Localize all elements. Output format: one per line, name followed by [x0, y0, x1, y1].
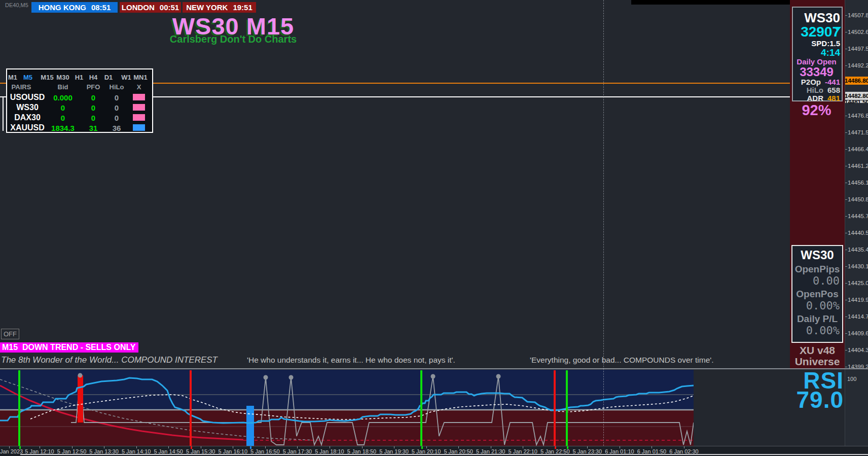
pairs-matrix-panel: M1M5M15M30H1H4D1W1MN1PAIRSBidPFOHiLoXUSO… [6, 68, 153, 133]
clock-hong-kong: HONG KONG08:51 [31, 2, 118, 13]
info-row-label: P2Op [801, 78, 821, 86]
time-tick [426, 446, 427, 448]
price-label: 14476.80 [848, 113, 868, 119]
timeframe-m5[interactable]: M5 [23, 74, 32, 81]
trend-banner: M15 DOWN TREND - SELLS ONLY [0, 342, 138, 353]
price-label: 14440.50 [848, 230, 868, 236]
subwindow-separator[interactable] [0, 368, 868, 369]
crosshair-dashed-vline [603, 0, 604, 446]
green-vline [18, 370, 20, 446]
quote-1: 'He who understands it, earns it... He w… [247, 356, 455, 365]
info-symbol: WS30 [804, 11, 840, 25]
green-vline [566, 370, 568, 446]
pair-hilo: 36 [113, 124, 121, 132]
timeframe-w1[interactable]: W1 [121, 74, 131, 81]
price-label: 14466.45 [848, 146, 868, 152]
pair-bid: 1834.3 [51, 124, 75, 132]
info-row-adr: ADR481 [793, 94, 840, 102]
time-tick [523, 446, 523, 448]
clock-time: 08:51 [91, 3, 111, 12]
chart-window: DE40,M5 HONG KONG08:51LONDON00:51NEW YOR… [0, 0, 868, 456]
pair-x-indicator [133, 94, 145, 100]
price-label: 14492.25 [848, 62, 868, 68]
rsi-plot [0, 370, 694, 446]
position-row-value: 0.00% [792, 300, 842, 311]
pair-name: DAX30 [14, 113, 41, 122]
time-label: 5 Jan 2023 [0, 448, 23, 454]
column-header-bid: Bid [58, 83, 68, 91]
time-tick [72, 446, 73, 448]
price-label: 14471.55 [848, 129, 868, 135]
price-label: 14409.60 [848, 330, 868, 336]
clock-time: 19:51 [233, 3, 252, 12]
event-tick [421, 446, 423, 449]
candle-countdown: 4:14 [821, 48, 840, 58]
price-label: 14450.85 [848, 196, 868, 202]
rsi-readout: RSI 79.0 [745, 371, 844, 409]
indicator-version-line2: Universe [790, 356, 845, 367]
chart-symbol-label: DE40,M5 [5, 2, 28, 8]
clock-city: LONDON [122, 3, 155, 12]
time-tick [491, 446, 491, 448]
info-row-value: 658 [827, 86, 840, 94]
pair-pfo: 0 [91, 114, 95, 122]
event-tick [191, 446, 192, 449]
time-tick [104, 446, 104, 448]
clock-london: LONDON00:51 [120, 2, 181, 13]
rsi-scale-top: 100 [847, 376, 856, 382]
timeframe-mn1[interactable]: MN1 [133, 74, 147, 81]
position-row-label: OpenPips [792, 264, 842, 275]
info-row-p2op: P2Op-441 [793, 78, 840, 86]
page-subtitle: Carlsberg Don't Do Charts [117, 33, 350, 45]
info-row-label: HiLo [807, 86, 823, 94]
clock-city: NEW YORK [186, 3, 228, 12]
info-row-label: ADR [807, 94, 823, 102]
timeframe-h4[interactable]: H4 [89, 74, 98, 81]
time-tick [684, 446, 684, 448]
timeframe-m30[interactable]: M30 [56, 74, 69, 81]
window-bottom-edge [20, 454, 868, 455]
timeframe-m1[interactable]: M1 [8, 74, 17, 81]
price-label: 14456.10 [848, 180, 868, 186]
price-badge-daily-open: 14486.80 [845, 77, 868, 85]
info-row-hilo: HiLo658 [793, 86, 840, 94]
timeframe-m15[interactable]: M15 [41, 74, 53, 81]
timeframe-h1[interactable]: H1 [75, 74, 84, 81]
pair-hilo: 0 [115, 114, 119, 122]
time-tick [587, 446, 588, 448]
pair-x-indicator [133, 114, 145, 121]
info-row-value: 481 [827, 94, 840, 102]
rsi-value: 79.0 [745, 390, 844, 409]
time-tick [265, 446, 266, 448]
price-badge-partial: 14481.50 [845, 100, 868, 103]
time-tick [652, 446, 652, 448]
time-tick [458, 446, 459, 448]
column-header-hilo: HiLo [110, 83, 124, 91]
price-axis[interactable]: 14507.8514502.6014497.5014492.2514476.80… [845, 0, 868, 446]
position-panel: WS30 OpenPips0.00OpenPos0.00%Daily P/L0.… [791, 245, 843, 343]
position-symbol: WS30 [792, 249, 842, 262]
pair-name: XAUUSD [10, 123, 45, 132]
info-rows: P2Op-441HiLo658ADR481 [793, 78, 840, 102]
timeframe-d1[interactable]: D1 [104, 74, 113, 81]
info-spread: SPD:1.5 [811, 39, 840, 48]
pair-bid: 0 [61, 103, 65, 112]
position-row-label: Daily P/L [792, 313, 842, 325]
time-tick [233, 446, 233, 448]
pair-name: WS30 [16, 103, 39, 112]
time-tick [394, 446, 394, 448]
price-label: 14419.95 [848, 297, 868, 303]
off-button[interactable]: OFF [1, 329, 19, 339]
price-label: 14435.40 [848, 247, 868, 253]
column-header-pfo: PFO [87, 83, 100, 91]
position-rows: OpenPips0.00OpenPos0.00%Daily P/L0.00% [792, 264, 842, 336]
price-badge-bid: 14482.80 [845, 92, 868, 100]
price-label: 14425.05 [848, 280, 868, 286]
blue-signal-bar [246, 406, 254, 446]
price-label: 14497.50 [848, 46, 868, 52]
event-tick [19, 446, 21, 449]
position-row-value: 0.00% [792, 325, 842, 336]
indicator-version-line1: XU v48 [790, 345, 845, 356]
pair-pfo: 0 [91, 93, 95, 102]
event-tick [250, 446, 251, 449]
